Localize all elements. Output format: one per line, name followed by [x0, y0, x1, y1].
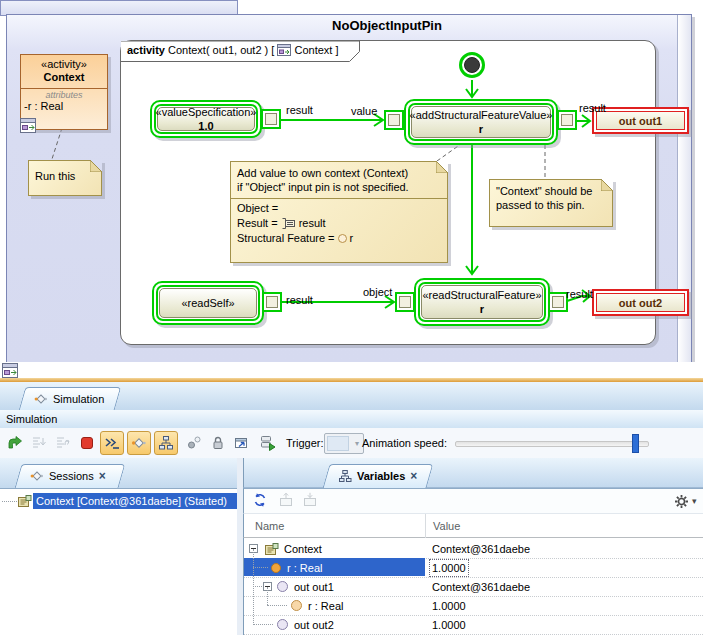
add-sfv-name: r	[479, 122, 483, 136]
initial-node[interactable]	[459, 52, 485, 78]
simulation-icon	[34, 392, 48, 406]
diagram-title: NoObjectInputPin	[120, 18, 654, 33]
breakpoints-button[interactable]	[184, 433, 204, 453]
out-out1-label: out out1	[596, 111, 685, 130]
class-name: Context	[23, 71, 105, 84]
row-name: r : Real	[308, 600, 343, 612]
animation-toggle-button[interactable]	[127, 431, 151, 455]
tree-line	[267, 587, 268, 605]
table-row-r-real[interactable]: r : Real 1.0000	[244, 558, 703, 578]
row-name: out out1	[294, 581, 334, 593]
step-over-icon	[55, 435, 71, 451]
options-gear-button[interactable]	[674, 494, 689, 509]
animation-icon	[131, 435, 147, 451]
read-structural-feature-action[interactable]: «readStructuralFeature» r	[414, 278, 550, 326]
note-line-2: if "Object" input pin is not specified.	[237, 180, 441, 194]
read-self-action[interactable]: «readSelf»	[152, 281, 264, 325]
out-out1-parameter-node[interactable]: out out1	[592, 107, 689, 134]
pin-icon	[281, 218, 296, 229]
breakpoints-icon	[186, 435, 202, 451]
attribute-icon	[291, 600, 302, 611]
add-sfv-result-pin[interactable]	[557, 110, 577, 130]
app-bottom-strip	[0, 362, 703, 378]
sessions-panel	[0, 488, 237, 635]
row-value: Context@361daebe	[432, 581, 530, 593]
note-prop-object: Object =	[237, 201, 441, 216]
application-screen: NoObjectInputPin activity Context( out1,…	[0, 0, 703, 635]
resume-icon	[7, 435, 23, 451]
variables-icon	[338, 469, 352, 483]
table-row-out1-r-real[interactable]: r : Real 1.0000	[244, 596, 703, 616]
console-toggle-button[interactable]	[100, 431, 124, 455]
row-value: 1.0000	[432, 562, 466, 574]
add-structural-feature-value-action[interactable]: «addStructuralFeatureValue» r	[404, 99, 558, 145]
lock-button[interactable]	[208, 433, 228, 453]
tab-variables[interactable]: Variables ×	[326, 464, 430, 488]
tree-line	[253, 586, 262, 587]
step-into-button[interactable]	[29, 433, 49, 453]
row-name: Context	[284, 543, 322, 555]
export-down-button[interactable]	[302, 492, 318, 508]
export-up-icon	[278, 492, 294, 508]
table-row-context[interactable]: Context Context@361daebe	[244, 539, 703, 559]
gear-icon	[674, 494, 689, 509]
terminate-button[interactable]	[77, 433, 97, 453]
column-header-name[interactable]: Name	[255, 520, 284, 532]
context-pin-note[interactable]: "Context" should be passed to this pin.	[489, 179, 613, 227]
read-self-stereotype: «readSelf»	[181, 296, 234, 310]
read-self-result-pin[interactable]	[262, 292, 282, 312]
animation-speed-slider[interactable]	[455, 441, 649, 447]
simulation-panel-header: Simulation	[0, 410, 703, 429]
edge-label-object: object	[363, 286, 392, 298]
note-fold-icon	[601, 179, 613, 191]
row-value: Context@361daebe	[432, 543, 530, 555]
pin-node-icon	[277, 581, 288, 592]
trigger-combobox-value	[327, 436, 349, 451]
trigger-combobox[interactable]: ▾	[324, 433, 364, 454]
out-out2-parameter-node[interactable]: out out2	[592, 289, 689, 316]
add-sfv-value-pin[interactable]	[384, 110, 404, 130]
attribute-icon	[271, 563, 281, 573]
animation-speed-label: Animation speed:	[362, 437, 447, 449]
note2-line-2: passed to this pin.	[496, 198, 606, 212]
simulation-header-label: Simulation	[6, 413, 57, 425]
class-attributes: attributes -r : Real	[21, 89, 107, 113]
session-item[interactable]: Context [Context@361daebe] (Started)	[33, 493, 237, 509]
value-specification-action[interactable]: «valueSpecification» 1.0	[150, 100, 262, 138]
step-over-button[interactable]	[53, 433, 73, 453]
hierarchy-toggle-button[interactable]	[154, 431, 178, 455]
close-icon[interactable]: ×	[99, 471, 106, 481]
tab-sessions[interactable]: Sessions ×	[18, 464, 122, 488]
column-header-value[interactable]: Value	[433, 520, 460, 532]
close-icon[interactable]: ×	[410, 471, 417, 481]
open-diagram-button[interactable]	[231, 433, 251, 453]
refresh-button[interactable]	[252, 492, 268, 508]
read-sf-name: r	[480, 302, 484, 316]
note-line-1: Add value to own context (Context)	[237, 166, 441, 180]
read-sf-object-pin[interactable]	[395, 292, 415, 312]
lock-icon	[210, 435, 226, 451]
add-value-note[interactable]: Add value to own context (Context) if "O…	[230, 161, 448, 263]
value-spec-result-pin[interactable]	[261, 109, 281, 129]
edge-label-result-4: result	[566, 288, 593, 300]
property-icon	[338, 234, 347, 243]
table-row-out-out2[interactable]: out out2 1.0000	[244, 615, 703, 635]
tree-line	[253, 624, 273, 625]
options-caret-icon[interactable]: ▾	[692, 496, 697, 506]
read-sf-result-pin[interactable]	[548, 292, 568, 312]
edge-label-result-2: result	[579, 102, 606, 114]
console-icon	[104, 435, 120, 451]
trigger-event-button[interactable]	[258, 433, 278, 453]
tab-simulation-label: Simulation	[53, 393, 104, 405]
initial-node-core	[464, 57, 480, 73]
table-row-out-out1[interactable]: out out1 Context@361daebe	[244, 577, 703, 597]
row-name: r : Real	[287, 562, 322, 574]
row-value: 1.0000	[432, 600, 466, 612]
run-note[interactable]: Run this	[28, 160, 102, 196]
tab-simulation[interactable]: Simulation	[22, 387, 118, 410]
animation-speed-slider-thumb[interactable]	[632, 434, 639, 453]
variables-tab-row	[243, 458, 703, 488]
resume-button[interactable]	[5, 433, 25, 453]
export-up-button[interactable]	[278, 492, 294, 508]
row-name: out out2	[294, 619, 334, 631]
